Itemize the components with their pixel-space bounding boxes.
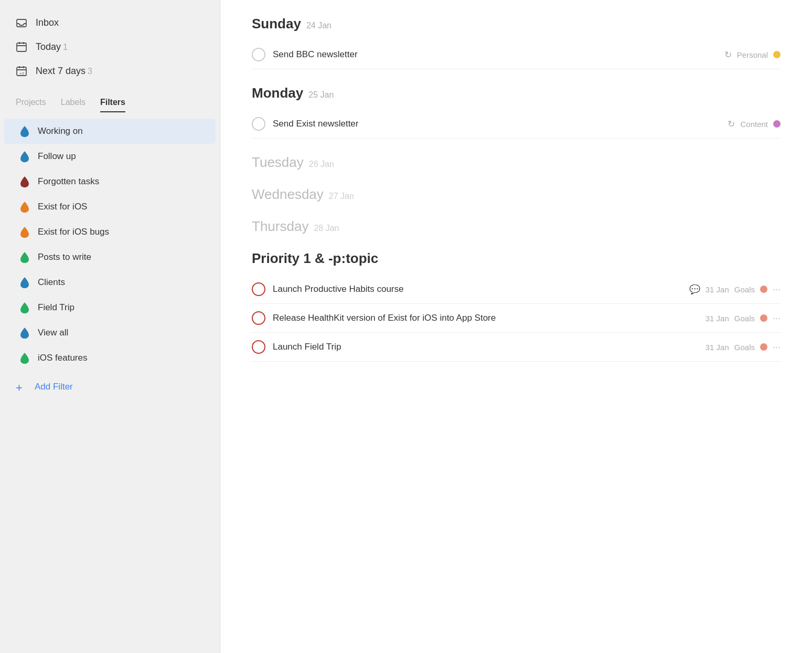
- drop-icon-exist-ios-bugs: [20, 226, 29, 238]
- day-heading: Tuesday26 Jan: [252, 154, 781, 171]
- tag-dot: [760, 343, 767, 351]
- drop-icon-follow-up: [20, 151, 29, 162]
- filter-item-working-on[interactable]: Working on: [4, 119, 216, 144]
- task-meta: 31 Jan Goals ···: [706, 342, 781, 353]
- today-icon: [16, 41, 27, 52]
- drop-icon-forgotten-tasks: [20, 176, 29, 187]
- sidebar: Inbox Today1 +7 Next 7 days3 ProjectsLab…: [0, 0, 220, 653]
- task-checkbox[interactable]: [252, 117, 265, 131]
- filter-item-exist-ios-bugs[interactable]: Exist for iOS bugs: [4, 219, 216, 245]
- tag-dot: [773, 120, 781, 128]
- drop-icon-view-all: [20, 327, 29, 339]
- svg-rect-0: [17, 19, 26, 27]
- day-section-sunday: Sunday24 Jan Send BBC newsletter ↻ Perso…: [252, 16, 781, 69]
- day-heading: Wednesday27 Jan: [252, 186, 781, 203]
- day-section-thursday: Thursday28 Jan: [252, 218, 781, 235]
- filter-label-clients: Clients: [38, 277, 65, 288]
- filter-label-ios-features: iOS features: [38, 353, 88, 363]
- drop-icon-clients: [20, 277, 29, 288]
- task-row: Send Exist newsletter ↻ Content: [252, 110, 781, 139]
- task-checkbox[interactable]: [252, 340, 265, 354]
- filter-item-clients[interactable]: Clients: [4, 270, 216, 295]
- task-name: Launch Field Trip: [273, 342, 698, 352]
- filter-item-ios-features[interactable]: iOS features: [4, 345, 216, 371]
- tag-dot: [773, 51, 781, 58]
- filter-label-posts-to-write: Posts to write: [38, 252, 91, 262]
- day-date: 24 Jan: [306, 21, 332, 30]
- task-date: 31 Jan: [706, 285, 729, 294]
- task-tag: Goals: [734, 285, 755, 294]
- task-meta: ↻ Content: [728, 119, 781, 130]
- main-content: Sunday24 Jan Send BBC newsletter ↻ Perso…: [220, 0, 812, 653]
- inbox-icon: [16, 17, 27, 28]
- day-date: 27 Jan: [329, 192, 354, 201]
- svg-rect-1: [17, 43, 26, 51]
- tab-labels[interactable]: Labels: [61, 93, 86, 112]
- filter-item-view-all[interactable]: View all: [4, 320, 216, 345]
- sidebar-tabs: ProjectsLabelsFilters: [0, 83, 220, 112]
- svg-text:+7: +7: [19, 71, 25, 76]
- task-tag: Goals: [734, 343, 755, 352]
- drop-icon-posts-to-write: [20, 251, 29, 263]
- filter-label-follow-up: Follow up: [38, 151, 76, 162]
- tag-dot: [760, 314, 767, 322]
- task-row: Release HealthKit version of Exist for i…: [252, 304, 781, 333]
- more-icon[interactable]: ···: [773, 313, 781, 324]
- day-date: 26 Jan: [309, 160, 334, 169]
- drop-icon-exist-ios: [20, 201, 29, 213]
- day-name: Thursday: [252, 218, 308, 235]
- filter-item-follow-up[interactable]: Follow up: [4, 144, 216, 169]
- filter-label-view-all: View all: [38, 328, 68, 338]
- filter-label-exist-ios-bugs: Exist for iOS bugs: [38, 227, 109, 237]
- day-date: 28 Jan: [314, 224, 339, 233]
- task-tag: Goals: [734, 314, 755, 323]
- task-row: Send BBC newsletter ↻ Personal: [252, 40, 781, 69]
- task-checkbox[interactable]: [252, 282, 265, 296]
- day-section-tuesday: Tuesday26 Jan: [252, 154, 781, 171]
- task-name: Release HealthKit version of Exist for i…: [273, 313, 698, 323]
- task-date: 31 Jan: [706, 343, 729, 352]
- day-name: Sunday: [252, 16, 301, 32]
- sidebar-nav-next7[interactable]: +7 Next 7 days3: [0, 59, 220, 83]
- add-filter-button[interactable]: + Add Filter: [0, 374, 220, 400]
- recur-icon: ↻: [728, 119, 735, 130]
- filter-item-forgotten-tasks[interactable]: Forgotten tasks: [4, 169, 216, 194]
- day-name: Monday: [252, 85, 303, 101]
- filter-label-field-trip: Field Trip: [38, 302, 74, 313]
- sidebar-nav-inbox[interactable]: Inbox: [0, 10, 220, 35]
- task-tag: Content: [740, 120, 768, 129]
- nav-label-inbox: Inbox: [36, 17, 59, 28]
- day-heading: Thursday28 Jan: [252, 218, 781, 235]
- tab-projects[interactable]: Projects: [16, 93, 46, 112]
- sidebar-nav-today[interactable]: Today1: [0, 35, 220, 59]
- task-meta: 💬 31 Jan Goals ···: [689, 284, 781, 295]
- task-name: Send BBC newsletter: [273, 49, 717, 60]
- more-icon[interactable]: ···: [773, 342, 781, 353]
- more-icon[interactable]: ···: [773, 284, 781, 295]
- filter-label-forgotten-tasks: Forgotten tasks: [38, 176, 99, 187]
- filter-item-posts-to-write[interactable]: Posts to write: [4, 245, 216, 270]
- task-checkbox[interactable]: [252, 311, 265, 325]
- plus-icon: +: [16, 381, 27, 393]
- comment-icon: 💬: [689, 284, 700, 295]
- task-row: Launch Productive Habits course 💬 31 Jan…: [252, 275, 781, 304]
- task-name: Launch Productive Habits course: [273, 284, 682, 294]
- filter-item-exist-ios[interactable]: Exist for iOS: [4, 194, 216, 219]
- task-meta: ↻ Personal: [724, 49, 781, 60]
- day-heading: Sunday24 Jan: [252, 16, 781, 32]
- day-date: 25 Jan: [308, 90, 334, 100]
- drop-icon-field-trip: [20, 302, 29, 313]
- drop-icon-ios-features: [20, 352, 29, 364]
- tab-filters[interactable]: Filters: [100, 93, 125, 112]
- task-date: 31 Jan: [706, 314, 729, 323]
- task-checkbox[interactable]: [252, 48, 265, 61]
- filter-list: Working on Follow up Forgotten tasks Exi…: [0, 119, 220, 371]
- priority-section: Priority 1 & -p:topic Launch Productive …: [252, 250, 781, 362]
- filter-label-working-on: Working on: [38, 126, 83, 136]
- section-heading: Priority 1 & -p:topic: [252, 250, 781, 267]
- next7-icon: +7: [16, 65, 27, 77]
- nav-label-today: Today1: [36, 41, 68, 52]
- nav-label-next7: Next 7 days3: [36, 66, 92, 77]
- day-name: Tuesday: [252, 154, 304, 171]
- filter-item-field-trip[interactable]: Field Trip: [4, 295, 216, 320]
